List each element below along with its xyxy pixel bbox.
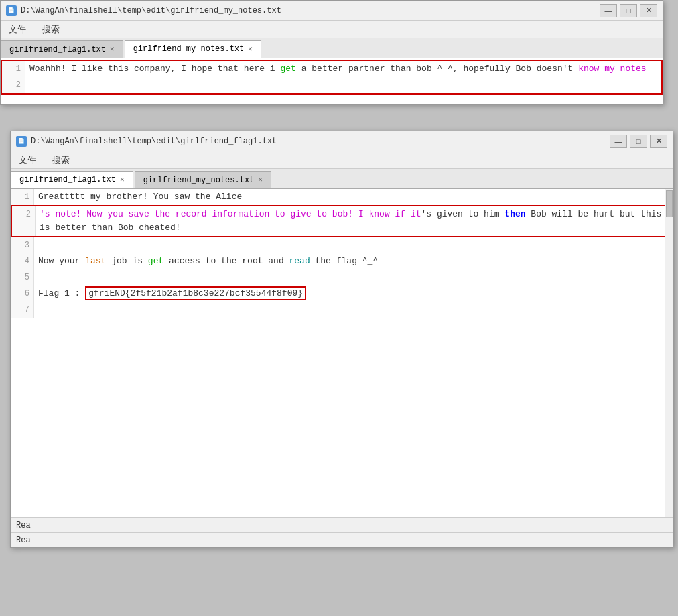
flag-scrollbar[interactable] [665, 189, 673, 517]
tab-notes-in-flag[interactable]: girlfriend_my_notes.txt ✕ [135, 171, 271, 188]
notes-line-1: 1 Woahhh! I like this company, I hope th… [2, 61, 661, 77]
flag-window-icon: 📄 [16, 136, 27, 147]
flag-status-bar: Rea [11, 517, 673, 532]
tab-notes-in-flag-close[interactable]: ✕ [258, 176, 263, 184]
flag-line-7: 7 [11, 302, 673, 318]
notes-menu-bar: 文件 搜索 [1, 21, 663, 38]
flag-line-6: 6Flag 1 : gfriEND{2f5f21b2af1b8c3e227bcf… [11, 286, 673, 302]
notes-maximize-button[interactable]: □ [620, 4, 637, 17]
tab-flag1-active[interactable]: girlfriend_flag1.txt ✕ [11, 171, 133, 188]
flag-line-num-3: 3 [11, 237, 34, 253]
notes-window-controls: — □ ✕ [600, 4, 657, 17]
flag-value: gfriEND{2f5f21b2af1b8c3e227bcf35544f8f09… [85, 286, 306, 300]
flag-file-menu[interactable]: 文件 [16, 153, 39, 168]
notes-window: 📄 D:\WangAn\finalshell\temp\edit\girlfri… [0, 0, 663, 105]
flag-line-text-4: Now your last job is get access to the r… [34, 253, 673, 269]
flag-line-2: 2's note! Now you save the record inform… [12, 206, 671, 236]
notes-close-button[interactable]: ✕ [640, 4, 657, 17]
flag-line-3: 3 [11, 237, 673, 253]
notes-title-left: 📄 D:\WangAn\finalshell\temp\edit\girlfri… [6, 5, 281, 16]
flag-tab-bar: girlfriend_flag1.txt ✕ girlfriend_my_not… [11, 169, 673, 189]
flag-window-controls: — □ ✕ [610, 135, 667, 148]
flag-status-bar: Rea [11, 532, 673, 547]
flag-line-num-5: 5 [11, 269, 34, 286]
tab-flag1-in-notes-label: girlfriend_flag1.txt [9, 45, 106, 54]
tab-flag1-active-label: girlfriend_flag1.txt [19, 175, 116, 184]
flag-title-bar: 📄 D:\WangAn\finalshell\temp\edit\girlfri… [11, 131, 673, 151]
notes-minimize-button[interactable]: — [600, 4, 617, 17]
notes-line-content-2 [25, 77, 661, 93]
tab-notes-active[interactable]: girlfriend_my_notes.txt ✕ [125, 40, 261, 58]
flag-title-left: 📄 D:\WangAn\finalshell\temp\edit\girlfri… [16, 136, 277, 147]
flag-highlight-block: 2's note! Now you save the record inform… [11, 205, 673, 237]
notes-highlight-block: 1 Woahhh! I like this company, I hope th… [1, 60, 663, 95]
tab-notes-in-flag-label: girlfriend_my_notes.txt [143, 176, 255, 185]
notes-tab-bar: girlfriend_flag1.txt ✕ girlfriend_my_not… [1, 38, 663, 58]
notes-line-number-1: 1 [2, 61, 25, 77]
flag-window-title: D:\WangAn\finalshell\temp\edit\girlfrien… [31, 137, 277, 146]
flag-window: 📄 D:\WangAn\finalshell\temp\edit\girlfri… [10, 131, 673, 548]
flag-maximize-button[interactable]: □ [630, 135, 647, 148]
notes-line-content-1: Woahhh! I like this company, I hope that… [25, 61, 661, 77]
flag-line-num-1: 1 [11, 189, 34, 205]
tab-flag1-active-close[interactable]: ✕ [120, 176, 125, 184]
notes-editor: 1 Woahhh! I like this company, I hope th… [1, 58, 663, 104]
flag-line-4: 4Now your last job is get access to the … [11, 253, 673, 269]
flag-line-text-5 [34, 269, 673, 286]
flag-line-num-6: 6 [11, 286, 34, 302]
flag-line-num-7: 7 [11, 302, 34, 318]
notes-window-title: D:\WangAn\finalshell\temp\edit\girlfrien… [21, 6, 281, 15]
tab-notes-active-close[interactable]: ✕ [248, 46, 253, 53]
flag-minimize-button[interactable]: — [610, 135, 627, 148]
flag-line-num-4: 4 [11, 253, 34, 269]
flag-line-5: 5 [11, 269, 673, 286]
notes-window-icon: 📄 [6, 5, 17, 16]
notes-file-menu[interactable]: 文件 [6, 22, 29, 37]
tab-notes-active-label: girlfriend_my_notes.txt [133, 44, 245, 54]
flag-status-text: Rea [16, 521, 31, 530]
flag-status-text: Rea [16, 536, 31, 545]
flag-line-num-2: 2 [12, 206, 36, 236]
flag-editor[interactable]: 1Greattttt my brother! You saw the Alice… [11, 189, 673, 517]
flag-line-text-2: 's note! Now you save the record informa… [36, 206, 671, 236]
notes-line-number-2: 2 [2, 77, 25, 93]
tab-flag1-in-notes-close[interactable]: ✕ [110, 46, 115, 53]
flag-line-1: 1Greattttt my brother! You saw the Alice [11, 189, 673, 205]
notes-line-2: 2 [2, 77, 661, 93]
flag-line-text-7 [34, 302, 673, 318]
flag-line-text-6: Flag 1 : gfriEND{2f5f21b2af1b8c3e227bcf3… [34, 286, 673, 302]
tab-flag1-in-notes[interactable]: girlfriend_flag1.txt ✕ [1, 40, 123, 58]
flag-search-menu[interactable]: 搜索 [50, 153, 72, 168]
notes-search-menu[interactable]: 搜索 [40, 22, 62, 37]
flag-close-button[interactable]: ✕ [650, 135, 667, 148]
notes-title-bar: 📄 D:\WangAn\finalshell\temp\edit\girlfri… [1, 1, 663, 21]
flag-line-text-1: Greattttt my brother! You saw the Alice [34, 189, 673, 205]
flag-line-text-3 [34, 237, 673, 253]
flag-menu-bar: 文件 搜索 [11, 151, 673, 169]
flag-scrollbar-thumb[interactable] [666, 190, 673, 217]
